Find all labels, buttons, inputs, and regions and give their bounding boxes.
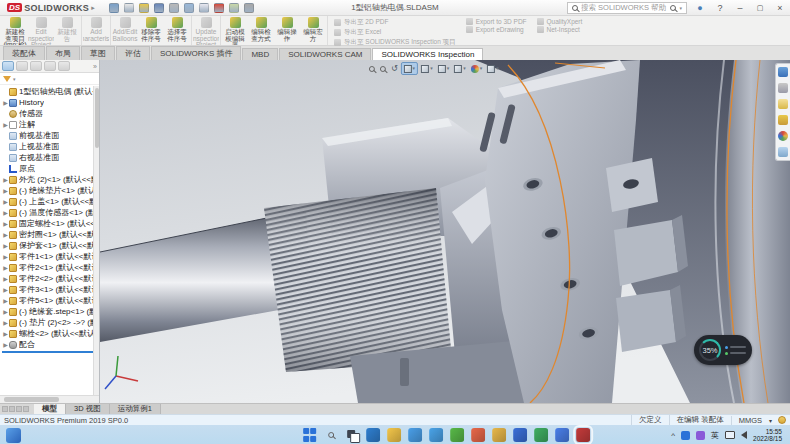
menu-expand-arrow-icon[interactable]: ▸ xyxy=(91,4,95,12)
tree-horizontal-scrollbar[interactable] xyxy=(0,395,99,403)
search-dropdown-icon[interactable]: ▾ xyxy=(679,5,682,11)
dropdown-arrow-icon[interactable]: ▾ xyxy=(447,64,450,73)
dropdown-arrow-icon[interactable]: ▾ xyxy=(496,64,499,73)
expand-arrow-icon[interactable]: ▶ xyxy=(2,220,9,227)
tree-row[interactable]: ▶外壳 (2)<1> (默认<<默认>_显示状 xyxy=(0,174,99,185)
zoom-fit-icon[interactable] xyxy=(367,65,377,73)
expand-arrow-icon[interactable]: ▶ xyxy=(2,297,9,304)
file-properties-icon[interactable] xyxy=(229,3,239,13)
doc-tab-3[interactable]: 评估 xyxy=(116,46,150,60)
minimize-button[interactable]: – xyxy=(733,2,747,14)
doc-tab-5[interactable]: MBD xyxy=(242,48,278,60)
save-icon[interactable] xyxy=(154,3,164,13)
restore-button[interactable]: ▢ xyxy=(753,2,767,14)
expand-arrow-icon[interactable]: ▶ xyxy=(2,187,9,194)
ribbon-button-new-inspection-project[interactable]: 新建检查项目(imp;检) xyxy=(2,16,28,45)
tree-row[interactable]: ▶配合 xyxy=(0,339,99,350)
apply-scene-icon[interactable]: ▾ xyxy=(485,63,501,74)
displaymanager-icon[interactable] xyxy=(58,61,70,71)
wps-sheet-icon[interactable] xyxy=(534,428,548,442)
store-icon[interactable] xyxy=(429,428,443,442)
propertymanager-icon[interactable] xyxy=(16,61,28,71)
tree-row[interactable]: ▶螺栓<2> (默认<<默认>_显示状态 xyxy=(0,328,99,339)
tag-icon[interactable] xyxy=(778,416,786,424)
rebuild-icon[interactable] xyxy=(214,3,224,13)
taskbar-clock[interactable]: 15:55 2022/8/15 xyxy=(753,428,782,442)
tree-row[interactable]: 上视基准面 xyxy=(0,141,99,152)
open-file-icon[interactable] xyxy=(139,3,149,13)
wps-doc-icon[interactable] xyxy=(555,428,569,442)
tree-rollback-bar[interactable] xyxy=(2,351,97,353)
ribbon-button-edit-inspection-method[interactable]: 编辑检查方式 xyxy=(248,16,274,45)
tree-row[interactable]: ▶零件3<1> (默认<<默认>_显示状 xyxy=(0,284,99,295)
ribbon-button-edit-operation[interactable]: 编辑操作 xyxy=(274,16,300,45)
tree-vertical-scrollbar[interactable] xyxy=(93,86,99,395)
close-button[interactable]: × xyxy=(773,2,787,14)
display-style-icon[interactable]: ▾ xyxy=(436,63,452,74)
featuremanager-tree-icon[interactable] xyxy=(2,61,14,71)
help-icon[interactable]: ? xyxy=(713,2,727,14)
file-explorer-icon[interactable] xyxy=(387,428,401,442)
speaker-icon[interactable] xyxy=(741,431,747,439)
signin-icon[interactable]: ● xyxy=(693,2,707,14)
expand-arrow-icon[interactable]: ▶ xyxy=(2,308,9,315)
tab-nav-buttons[interactable] xyxy=(0,404,34,414)
expand-arrow-icon[interactable]: ▶ xyxy=(2,319,9,326)
expand-arrow-icon[interactable]: ▶ xyxy=(2,242,9,249)
zoom-area-icon[interactable] xyxy=(378,65,388,73)
onedrive-icon[interactable] xyxy=(681,431,690,440)
tree-row[interactable]: ▶固定螺栓<1> (默认<<默认>_显示 xyxy=(0,218,99,229)
design-library-icon[interactable] xyxy=(778,83,788,93)
tree-row[interactable]: ▶(-) 绝缘垫片<1> (默认<<默认>_显 xyxy=(0,185,99,196)
previous-view-icon[interactable]: ↺ xyxy=(389,63,400,74)
tree-row[interactable]: ▶零件2<2> (默认<<默认>_显示状 xyxy=(0,273,99,284)
tray-chevron-icon[interactable]: ^ xyxy=(671,431,675,440)
dropdown-arrow-icon[interactable]: ▾ xyxy=(413,64,416,73)
expand-arrow-icon[interactable]: ▶ xyxy=(2,209,9,216)
model-tab-0[interactable]: 模型 xyxy=(34,404,66,414)
doc-tab-2[interactable]: 草图 xyxy=(81,46,115,60)
colorwheel-browser-icon[interactable] xyxy=(471,428,485,442)
tree-row[interactable]: ▶(-) 上盖<1> (默认<<默认>_显示状 xyxy=(0,196,99,207)
solidworks-logo[interactable]: DS SOLIDWORKS ▸ xyxy=(3,3,99,13)
ribbon-button-launch-template-editor[interactable]: 启动模板编辑器 xyxy=(222,16,248,45)
configurationmanager-icon[interactable] xyxy=(30,61,42,71)
tree-row[interactable]: 原点 xyxy=(0,163,99,174)
dropdown-arrow-icon[interactable]: ▾ xyxy=(430,64,433,73)
start-icon[interactable] xyxy=(303,428,317,442)
options-icon[interactable] xyxy=(244,3,254,13)
tree-row[interactable]: 1型铝轴热电偶 (默认<默认_显示状态-1 xyxy=(0,86,99,97)
ime-indicator[interactable]: 英 xyxy=(711,430,719,441)
edge-icon[interactable] xyxy=(366,428,380,442)
expand-arrow-icon[interactable]: ▶ xyxy=(2,275,9,282)
expand-arrow-icon[interactable]: ▶ xyxy=(2,176,9,183)
graphics-viewport[interactable]: ↺▾▾▾▾▾▾ 35% xyxy=(100,60,790,403)
ribbon-button-edit-macro[interactable]: 编辑宏方 xyxy=(300,16,326,45)
chrome-icon[interactable] xyxy=(492,428,506,442)
view-palette-icon[interactable] xyxy=(778,115,788,125)
task-view-icon[interactable] xyxy=(345,428,359,442)
dimxpertmanager-icon[interactable] xyxy=(44,61,56,71)
view-orientation-icon[interactable]: ▾ xyxy=(419,63,435,74)
model-tab-1[interactable]: 3D 视图 xyxy=(66,404,110,414)
section-view-icon[interactable]: ▾ xyxy=(401,62,419,75)
expand-arrow-icon[interactable]: ▶ xyxy=(2,99,9,106)
tree-row[interactable]: ▶注解 xyxy=(0,119,99,130)
file-explorer-icon[interactable] xyxy=(778,99,788,109)
magnifier-icon[interactable] xyxy=(670,5,676,11)
help-search-input[interactable]: 搜索 SOLIDWORKS 帮助 ▾ xyxy=(567,2,687,14)
sw-resources-icon[interactable] xyxy=(778,67,788,77)
tree-row[interactable]: 传感器 xyxy=(0,108,99,119)
tree-row[interactable]: ▶零件1<1> (默认<<默认>_显示状态 xyxy=(0,251,99,262)
tree-row[interactable]: ▶(-) 温度传感器<1> (默认<<默认>_ xyxy=(0,207,99,218)
tree-row[interactable]: ▶零件2<1> (默认<<默认>_显示状 xyxy=(0,262,99,273)
dropdown-arrow-icon[interactable]: ▾ xyxy=(463,64,466,73)
undo-icon[interactable] xyxy=(184,3,194,13)
tree-row[interactable]: ▶History xyxy=(0,97,99,108)
units-dropdown-icon[interactable]: ▾ xyxy=(769,417,772,424)
home-icon[interactable] xyxy=(109,3,119,13)
widgets-icon[interactable] xyxy=(6,428,21,443)
print-icon[interactable] xyxy=(169,3,179,13)
doc-tab-6[interactable]: SOLIDWORKS CAM xyxy=(279,48,371,60)
tree-row[interactable]: ▶密封圈<1> (默认<<默认>_显示状 xyxy=(0,229,99,240)
